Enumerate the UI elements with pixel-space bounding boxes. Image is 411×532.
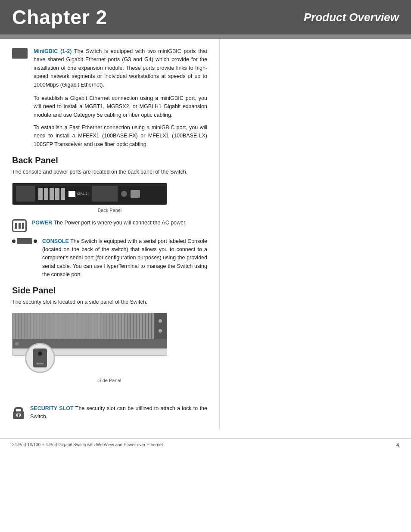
bottom-dot bbox=[15, 342, 19, 345]
power-icon bbox=[12, 219, 27, 232]
panel-led bbox=[121, 191, 127, 197]
pin1 bbox=[15, 223, 17, 229]
port3 bbox=[50, 188, 54, 200]
panel-connector bbox=[131, 190, 140, 198]
power-row: POWER The Power port is where you will c… bbox=[12, 219, 207, 232]
console-dot-right bbox=[34, 240, 37, 243]
port5 bbox=[61, 188, 65, 200]
console-dot-left bbox=[12, 240, 16, 243]
port2 bbox=[44, 188, 48, 200]
console-icon bbox=[12, 238, 37, 244]
security-text: SECURITY SLOT The security slot can be u… bbox=[30, 404, 207, 421]
console-text: CONSOLE The Switch is equipped with a se… bbox=[42, 237, 207, 279]
zoom-circle bbox=[25, 343, 55, 373]
side-image-grid bbox=[12, 313, 154, 339]
security-row: SECURITY SLOT The security slot can be u… bbox=[12, 404, 207, 421]
pin2 bbox=[19, 223, 21, 229]
side-image-dots bbox=[154, 313, 167, 339]
power-term: POWER bbox=[32, 220, 52, 226]
minigbic-para1: MiniGBIC (1-2) The Switch is equipped wi… bbox=[34, 47, 207, 89]
back-panel-connectors: |GR1 1| bbox=[68, 191, 88, 197]
back-panel-heading: Back Panel bbox=[12, 156, 207, 165]
side-panel-image-label: Side Panel bbox=[12, 378, 207, 383]
side-panel-container bbox=[12, 313, 207, 356]
back-panel-desc: The console and power ports are located … bbox=[12, 168, 207, 176]
security-icon bbox=[12, 405, 25, 420]
footer-page: 4 bbox=[396, 442, 399, 448]
console-port-block bbox=[17, 238, 32, 244]
key-hole bbox=[38, 352, 42, 356]
minigbic-para3: To establish a Fast Ethernet connection … bbox=[12, 124, 207, 149]
dot1 bbox=[159, 319, 162, 323]
svg-rect-3 bbox=[18, 415, 19, 417]
back-panel-blk3 bbox=[92, 186, 118, 202]
right-area bbox=[220, 39, 411, 430]
power-text: POWER The Power port is where you will c… bbox=[32, 219, 187, 227]
console-term: CONSOLE bbox=[42, 238, 69, 244]
dot2 bbox=[159, 329, 162, 333]
back-panel-blk1 bbox=[16, 186, 35, 202]
back-panel-image-label: Back Panel bbox=[12, 208, 207, 213]
side-panel-desc: The security slot is located on a side p… bbox=[12, 298, 207, 306]
zoom-key-inner bbox=[36, 352, 44, 364]
side-image-top bbox=[12, 313, 167, 339]
zoom-key bbox=[33, 348, 47, 367]
minigbic-section: MiniGBIC (1-2) The Switch is equipped wi… bbox=[12, 47, 207, 89]
main-layout: MiniGBIC (1-2) The Switch is equipped wi… bbox=[0, 39, 411, 430]
back-panel-ports bbox=[38, 188, 65, 200]
sub-bar bbox=[0, 34, 411, 39]
minigbic-para2: To establish a Gigabit Ethernet connecti… bbox=[12, 94, 207, 119]
port1 bbox=[38, 188, 43, 200]
blk4 bbox=[68, 191, 75, 197]
page-footer: 24-Port 10/100 + 4-Port Gigabit Switch w… bbox=[0, 439, 411, 451]
key-bar bbox=[36, 363, 44, 364]
content-area: MiniGBIC (1-2) The Switch is equipped wi… bbox=[0, 39, 220, 430]
page-header: Chapter 2 Product Overview bbox=[0, 0, 411, 34]
power-pins bbox=[15, 223, 24, 229]
port4 bbox=[55, 188, 59, 200]
port-label: |GR1 1| bbox=[77, 192, 88, 196]
back-panel-image: |GR1 1| bbox=[12, 183, 167, 205]
pin3 bbox=[22, 223, 24, 229]
minigbic-icon bbox=[12, 48, 28, 59]
console-row: CONSOLE The Switch is equipped with a se… bbox=[12, 237, 207, 279]
footer-device: 24-Port 10/100 + 4-Port Gigabit Switch w… bbox=[12, 442, 163, 447]
minigbic-term: MiniGBIC (1-2) bbox=[34, 48, 72, 54]
side-panel-heading: Side Panel bbox=[12, 286, 207, 296]
security-term: SECURITY SLOT bbox=[30, 405, 74, 411]
chapter-label: Chapter 2 bbox=[12, 6, 107, 29]
page-title: Product Overview bbox=[304, 11, 399, 24]
side-panel-wrapper: Side Panel bbox=[12, 313, 207, 383]
